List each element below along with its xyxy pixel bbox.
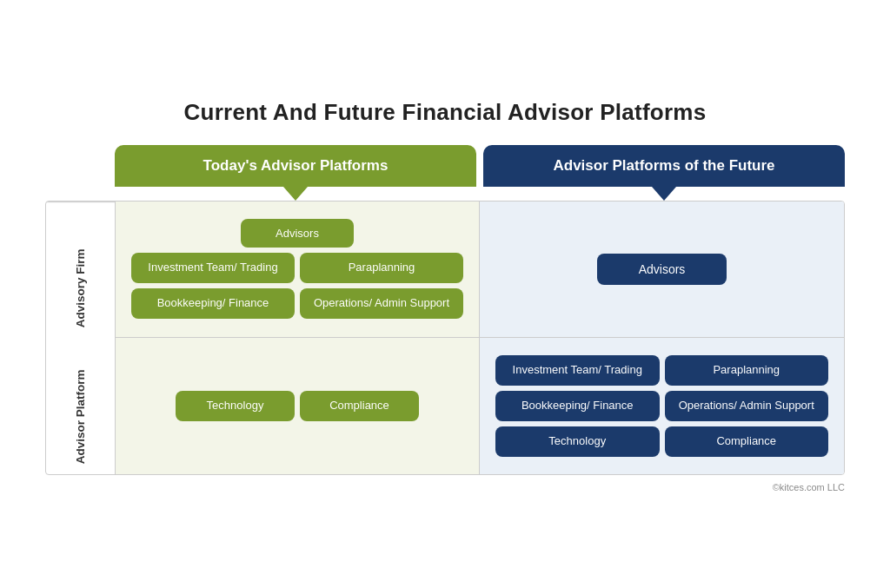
box-operations-today: Operations/ Admin Support xyxy=(300,288,463,319)
future-platform-boxes: Investment Team/ Trading Paraplanning Bo… xyxy=(495,355,828,457)
box-compliance-today: Compliance xyxy=(300,391,419,421)
box-investment-future: Investment Team/ Trading xyxy=(495,355,660,386)
right-column-header: Advisor Platforms of the Future xyxy=(483,145,845,187)
row-labels: Advisory Firm Advisor Platform xyxy=(46,202,116,473)
row-label-advisory-firm: Advisory Firm xyxy=(46,202,115,338)
box-operations-future: Operations/ Admin Support xyxy=(665,391,829,421)
right-arrow-icon xyxy=(652,187,676,201)
copyright: ©kitces.com LLC xyxy=(45,482,845,492)
main-grid: Advisory Firm Advisor Platform Advisors xyxy=(45,201,845,474)
box-technology-future: Technology xyxy=(495,426,660,457)
box-bookkeeping-today: Bookkeeping/ Finance xyxy=(131,288,295,319)
cell-today-advisory: Advisors Investment Team/ Trading Parapl… xyxy=(116,202,480,338)
advisors-top-wrapper: Advisors xyxy=(131,219,463,248)
grid-content: Advisors Investment Team/ Trading Parapl… xyxy=(116,202,844,473)
advisors-today-box: Advisors xyxy=(241,219,354,248)
box-investment-today: Investment Team/ Trading xyxy=(131,253,295,283)
box-paraplanning-future: Paraplanning xyxy=(665,355,829,386)
box-bookkeeping-future: Bookkeeping/ Finance xyxy=(495,391,660,421)
page-title: Current And Future Financial Advisor Pla… xyxy=(45,99,845,126)
page-container: Current And Future Financial Advisor Pla… xyxy=(19,82,871,505)
cell-future-platform: Investment Team/ Trading Paraplanning Bo… xyxy=(480,338,844,474)
left-arrow-cell xyxy=(115,187,476,201)
advisors-future-box: Advisors xyxy=(597,254,727,285)
diagram: Today's Advisor Platforms Advisor Platfo… xyxy=(45,145,845,492)
column-headers: Today's Advisor Platforms Advisor Platfo… xyxy=(115,145,845,187)
row-label-advisor-platform: Advisor Platform xyxy=(46,339,115,474)
cell-today-platform: Technology Compliance xyxy=(116,338,480,474)
box-paraplanning-today: Paraplanning xyxy=(300,253,463,283)
today-platform-boxes: Technology Compliance xyxy=(176,391,419,421)
header-arrows xyxy=(115,187,845,201)
box-technology-today: Technology xyxy=(176,391,295,421)
left-column-header: Today's Advisor Platforms xyxy=(115,145,476,187)
today-advisory-boxes: Investment Team/ Trading Paraplanning Bo… xyxy=(131,253,463,319)
cell-future-advisory: Advisors xyxy=(480,202,844,338)
right-arrow-cell xyxy=(483,187,845,201)
box-compliance-future: Compliance xyxy=(665,426,829,457)
left-arrow-icon xyxy=(283,187,308,201)
